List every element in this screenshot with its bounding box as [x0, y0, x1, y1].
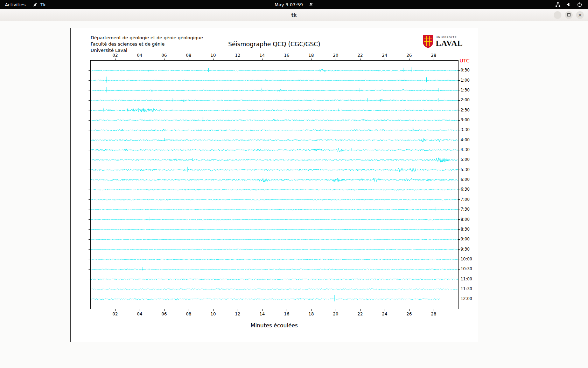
x-tick-label-bottom: 12 [232, 312, 243, 316]
trace-tick-right [458, 100, 460, 101]
trace-tick-left [89, 120, 90, 121]
window-titlebar[interactable]: tk × [0, 9, 588, 21]
trace-tick-left [89, 229, 90, 230]
x-tick-mark-bottom [164, 309, 164, 311]
x-tick-mark-bottom [385, 309, 385, 311]
activities-label: Activities [5, 2, 26, 7]
trace-time-label: 6:00 [461, 177, 470, 182]
trace-tick-left [89, 299, 90, 299]
x-tick-mark-top [287, 59, 287, 60]
x-tick-label-bottom: 14 [257, 312, 268, 316]
system-status-menu[interactable] [555, 2, 588, 7]
x-tick-mark-bottom [213, 309, 214, 311]
plot-title: Séismographe QCQ (CGC/GSC) [71, 41, 478, 48]
clock-menu[interactable]: May 3 07:59 [275, 0, 314, 9]
x-tick-mark-top [238, 59, 238, 60]
x-tick-mark-top [189, 59, 189, 60]
trace-tick-left [89, 110, 90, 110]
trace-tick-left [89, 210, 90, 210]
laval-shield-icon [423, 35, 433, 48]
trace-time-label: 1:30 [461, 88, 470, 93]
trace-tick-right [458, 229, 460, 230]
x-tick-mark-top [311, 59, 312, 60]
utc-label: UTC [460, 58, 470, 63]
laval-logo-line2: LAVAL [436, 39, 463, 47]
minimize-icon [556, 16, 559, 16]
trace-time-label: 3:00 [461, 117, 470, 122]
x-tick-label-top: 22 [355, 53, 366, 58]
trace-tick-right [458, 80, 460, 81]
trace-time-label: 9:30 [461, 247, 470, 252]
trace-tick-left [89, 180, 90, 180]
x-tick-label-bottom: 28 [428, 312, 439, 316]
trace-tick-right [458, 180, 460, 180]
x-tick-label-bottom: 18 [306, 312, 317, 316]
trace-tick-left [89, 160, 90, 160]
x-tick-label-top: 04 [134, 53, 145, 58]
maximize-button[interactable] [565, 11, 573, 19]
header-line-1: Département de géologie et de génie géol… [91, 35, 203, 41]
x-tick-label-top: 06 [159, 53, 170, 58]
x-tick-label-top: 28 [428, 53, 439, 58]
trace-tick-right [458, 90, 460, 90]
trace-time-label: 1:00 [461, 78, 470, 83]
trace-time-label: 8:30 [461, 227, 470, 232]
x-tick-mark-top [115, 59, 115, 60]
x-tick-label-bottom: 10 [208, 312, 219, 316]
x-tick-label-bottom: 24 [379, 312, 390, 316]
trace-time-label: 2:00 [461, 97, 470, 102]
minimize-button[interactable] [554, 11, 561, 19]
trace-time-label: 7:30 [461, 207, 470, 212]
x-tick-label-top: 02 [110, 53, 121, 58]
trace-tick-left [89, 170, 90, 170]
x-tick-mark-top [140, 59, 140, 60]
trace-time-label: 10:30 [461, 266, 472, 271]
trace-tick-left [89, 70, 90, 71]
trace-tick-right [458, 239, 460, 240]
x-tick-mark-top [262, 59, 262, 60]
window-controls: × [554, 11, 584, 19]
trace-time-label: 6:30 [461, 187, 470, 192]
trace-tick-right [458, 249, 460, 250]
trace-tick-right [458, 219, 460, 220]
x-tick-label-top: 18 [306, 53, 317, 58]
seismogram-traces [91, 61, 458, 309]
network-share-icon [555, 2, 561, 7]
trace-tick-right [458, 299, 460, 299]
plot-frame: Département de géologie et de génie géol… [70, 28, 478, 342]
trace-time-label: 12:00 [461, 296, 472, 301]
x-tick-mark-bottom [434, 309, 434, 311]
trace-time-label: 2:30 [461, 108, 470, 113]
trace-tick-right [458, 259, 460, 259]
close-button[interactable]: × [576, 11, 584, 19]
trace-time-label: 11:00 [461, 277, 472, 281]
x-tick-label-bottom: 06 [159, 312, 170, 316]
trace-time-label: 4:00 [461, 137, 470, 142]
x-tick-mark-top [385, 59, 385, 60]
x-tick-label-bottom: 20 [330, 312, 341, 316]
bell-crossed-icon [308, 2, 313, 7]
trace-tick-right [458, 269, 460, 270]
trace-tick-right [458, 140, 460, 140]
trace-tick-right [458, 120, 460, 121]
x-tick-mark-bottom [311, 309, 312, 311]
trace-tick-left [89, 199, 90, 200]
trace-tick-left [89, 90, 90, 90]
x-tick-mark-bottom [140, 309, 140, 311]
trace-tick-left [89, 150, 90, 150]
plot-area [90, 60, 458, 309]
trace-tick-right [458, 130, 460, 130]
trace-time-label: 0:30 [461, 68, 470, 73]
maximize-icon [567, 13, 570, 16]
x-tick-mark-top [164, 59, 164, 60]
x-tick-label-bottom: 26 [404, 312, 415, 316]
trace-tick-right [458, 70, 460, 71]
trace-tick-right [458, 279, 460, 279]
x-tick-mark-bottom [238, 309, 238, 311]
x-tick-mark-top [360, 59, 360, 60]
x-tick-mark-bottom [360, 309, 360, 311]
trace-time-label: 3:30 [461, 127, 470, 132]
app-menu[interactable]: Tk [33, 0, 46, 9]
x-tick-label-top: 08 [183, 53, 194, 58]
activities-button[interactable]: Activities [5, 0, 26, 9]
